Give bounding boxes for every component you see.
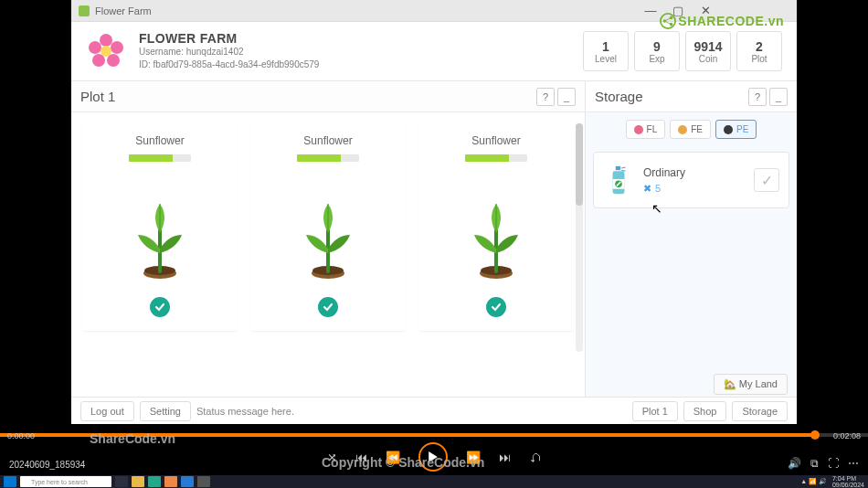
next-track-icon[interactable]: ⏭ [499,451,511,464]
plant-name: Sunflower [303,134,352,147]
media-filename: 20240609_185934 [9,460,85,470]
svg-point-1 [111,41,123,54]
status-message: Status message here. [196,406,294,417]
taskview-icon[interactable] [115,476,128,487]
chrome-icon[interactable] [164,476,177,487]
plot-card[interactable]: Sunflower [82,123,238,331]
stat-coin: 9914Coin [685,31,731,71]
check-icon[interactable] [150,297,170,317]
footer-storage-button[interactable]: Storage [732,401,788,421]
storage-title: Storage [595,89,643,104]
setting-button[interactable]: Setting [140,401,191,421]
tray-icons[interactable]: ▲ 📶 🔊 [800,478,827,485]
forward-icon[interactable]: ⏩ [466,451,481,464]
vscode-icon[interactable] [181,476,194,487]
repeat-icon[interactable]: ⮏ [529,451,541,464]
prev-track-icon[interactable]: ⏮ [355,451,367,464]
growth-progress [129,154,191,162]
storage-tab-fe[interactable]: FE [670,120,711,139]
app-title: FLOWER FARM [139,31,570,46]
storage-help-button[interactable]: ? [748,88,767,106]
media-controls: ⤨ ⏮ ⏪ ⏩ ⏭ ⮏ [0,439,868,475]
stat-plot: 2Plot [736,31,782,71]
volume-icon[interactable]: 🔊 [788,457,801,470]
check-icon[interactable] [486,297,506,317]
plot-minimize-button[interactable]: _ [557,88,576,106]
play-button[interactable] [418,442,448,472]
plant-name: Sunflower [471,134,520,147]
plot-card[interactable]: Sunflower [250,123,406,331]
plot-section-header: Plot 1 ? _ [71,81,585,112]
app-icon [79,5,90,16]
plot-title: Plot 1 [80,89,115,104]
app-header: FLOWER FARM Username: hunqdzai1402 ID: f… [71,22,797,81]
storage-section-header: Storage ? _ [586,81,797,112]
storage-minimize-button[interactable]: _ [769,88,788,106]
stat-level: 1Level [583,31,629,71]
storage-tab-pe[interactable]: PE [715,120,757,139]
flower-logo-icon [86,31,126,71]
storage-column: Storage ? _ FLFEPE [586,81,797,397]
username-label: Username: hunqdzai1402 [139,46,570,58]
edge-icon[interactable] [148,476,161,487]
growth-progress [465,154,527,162]
taskbar-search[interactable]: Type here to search [20,476,111,487]
shuffle-icon[interactable]: ⤨ [327,451,337,464]
pesticide-bottle-icon [603,162,634,198]
footer-plot-button[interactable]: Plot 1 [632,401,678,421]
svg-point-0 [100,34,112,47]
id-label: ID: fbaf0d79-885a-4acd-9a34-e9fdb990c579 [139,58,570,71]
storage-item-apply-button[interactable]: ✓ [754,168,779,192]
svg-point-16 [661,14,675,28]
rewind-icon[interactable]: ⏪ [386,451,400,464]
start-icon[interactable] [4,476,16,487]
my-land-button[interactable]: 🏡 My Land [714,374,788,395]
stat-exp: 9Exp [634,31,680,71]
storage-item-qty: ✖ 5 [643,183,745,195]
scrollbar[interactable] [576,123,583,352]
media-icon[interactable] [197,476,210,487]
fullscreen-icon[interactable]: ⛶ [828,457,839,470]
footer-shop-button[interactable]: Shop [683,401,727,421]
svg-point-4 [89,41,101,54]
check-icon[interactable] [318,297,338,317]
growth-progress [297,154,359,162]
more-icon[interactable]: ⋯ [848,457,859,470]
windows-taskbar[interactable]: Type here to search ▲ 📶 🔊 7:04 PM09/06/2… [0,475,868,488]
storage-item[interactable]: Ordinary ✖ 5 ✓ [593,152,789,208]
app-window-title: Flower Farm [95,5,152,16]
seek-bar[interactable] [0,433,868,437]
letterbox-right [797,0,868,488]
letterbox-left [0,0,71,488]
flower-farm-window: Flower Farm — ▢ ✕ FLOWER FARM Username: … [71,0,797,424]
plot-help-button[interactable]: ? [536,88,555,106]
plant-name: Sunflower [135,134,184,147]
explorer-icon[interactable] [132,476,144,487]
storage-tab-fl[interactable]: FL [626,120,666,139]
storage-item-name: Ordinary [643,166,745,179]
svg-rect-12 [616,166,620,170]
plot-column: Plot 1 ? _ Sunflower Sunflower Sunflower… [71,81,586,397]
mini-player-icon[interactable]: ⧉ [810,457,819,470]
svg-point-5 [101,46,111,57]
plot-card[interactable]: Sunflower [418,123,574,331]
logout-button[interactable]: Log out [80,401,134,421]
sharecode-logo: SHARECODE.vn [660,13,784,29]
app-footer: Log out Setting Status message here. Plo… [71,397,797,424]
